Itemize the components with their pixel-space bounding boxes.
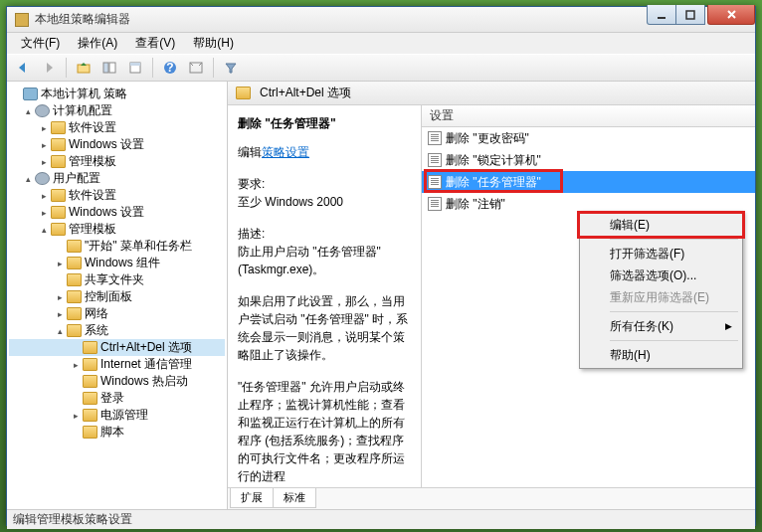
tree-item[interactable]: ▸电源管理 [9, 407, 225, 424]
tree-computer-config[interactable]: ▴计算机配置 [9, 102, 225, 119]
tree-item[interactable]: Windows 热启动 [9, 373, 225, 390]
tree-label: 计算机配置 [53, 102, 112, 119]
app-icon [15, 13, 29, 27]
page-icon [428, 131, 442, 145]
tree-label: 电源管理 [100, 407, 148, 424]
minimize-button[interactable] [647, 5, 676, 25]
cm-reapply-filter: 重新应用筛选器(E) [582, 286, 740, 308]
forward-button[interactable] [37, 57, 61, 79]
expand-icon[interactable]: ▸ [39, 122, 50, 133]
menu-action[interactable]: 操作(A) [70, 33, 125, 54]
req-text: 至少 Windows 2000 [238, 193, 411, 211]
tree-user-config[interactable]: ▴用户配置 [9, 170, 225, 187]
separator-icon [610, 340, 738, 341]
expand-icon[interactable]: ▸ [39, 207, 50, 218]
folder-icon [83, 409, 97, 422]
collapse-icon[interactable]: ▴ [55, 325, 66, 336]
svg-rect-3 [103, 63, 108, 73]
tree-item[interactable]: ▴管理模板 [9, 221, 225, 238]
tree-root[interactable]: 本地计算机 策略 [9, 86, 225, 102]
desc-label: 描述: [238, 225, 411, 243]
tree-label: 系统 [85, 322, 108, 339]
tree-item[interactable]: ▸网络 [9, 305, 225, 322]
collapse-icon[interactable]: ▴ [23, 105, 34, 116]
tab-extended[interactable]: 扩展 [230, 488, 274, 508]
edit-policy-link[interactable]: 策略设置 [262, 145, 309, 159]
expand-icon[interactable]: ▸ [55, 308, 66, 319]
separator-icon [610, 239, 738, 240]
cm-filter-options[interactable]: 筛选器选项(O)... [582, 265, 740, 286]
expand-icon[interactable] [55, 274, 66, 285]
window-buttons [647, 5, 755, 25]
expand-icon[interactable]: ▸ [39, 190, 50, 201]
tree-item[interactable]: "开始" 菜单和任务栏 [9, 238, 225, 255]
tree-item[interactable]: ▸软件设置 [9, 119, 225, 136]
tree-item[interactable]: ▸软件设置 [9, 187, 225, 204]
description-block: 描述: 防止用户启动 "任务管理器" (Taskmgr.exe)。 [238, 225, 411, 278]
list-header-setting[interactable]: 设置 [422, 105, 755, 127]
expand-icon[interactable]: ▸ [71, 410, 82, 421]
list-row[interactable]: 删除 "锁定计算机" [422, 149, 755, 171]
tree-label: Internet 通信管理 [100, 356, 192, 373]
expand-icon[interactable]: ▸ [71, 359, 82, 370]
tree-item[interactable]: ▸控制面板 [9, 288, 225, 305]
cm-open-filter[interactable]: 打开筛选器(F) [582, 243, 740, 265]
titlebar[interactable]: 本地组策略编辑器 [7, 7, 755, 33]
menu-help[interactable]: 帮助(H) [185, 33, 242, 54]
tree-item[interactable]: ▸Windows 设置 [9, 204, 225, 221]
menubar: 文件(F) 操作(A) 查看(V) 帮助(H) [7, 33, 755, 54]
tree-item[interactable]: 共享文件夹 [9, 271, 225, 288]
folder-icon [67, 273, 82, 286]
expand-icon[interactable] [71, 393, 82, 404]
cm-help[interactable]: 帮助(H) [582, 344, 740, 366]
tree-item[interactable]: ▸Internet 通信管理 [9, 356, 225, 373]
expand-icon[interactable]: ▸ [39, 156, 50, 167]
tree-label: 软件设置 [69, 119, 116, 136]
help-button[interactable]: ? [158, 57, 182, 79]
tree-item[interactable]: ▸Windows 组件 [9, 255, 225, 271]
folder-icon [83, 392, 97, 405]
status-text: 编辑管理模板策略设置 [13, 511, 132, 528]
list-label: 删除 "锁定计算机" [446, 152, 541, 169]
expand-icon[interactable]: ▸ [39, 139, 50, 150]
cm-edit[interactable]: 编辑(E) [582, 214, 740, 236]
tree-label: Windows 热启动 [100, 373, 188, 390]
back-button[interactable] [11, 57, 35, 79]
tree-item-ctrlaltdel[interactable]: Ctrl+Alt+Del 选项 [9, 339, 225, 356]
tree-label: 软件设置 [69, 187, 116, 204]
menu-file[interactable]: 文件(F) [13, 33, 68, 54]
list-row[interactable]: 删除 "更改密码" [422, 127, 755, 149]
list-row-selected[interactable]: 删除 "任务管理器" [422, 171, 755, 193]
expand-icon[interactable] [71, 427, 82, 438]
folder-icon [51, 155, 66, 168]
separator-icon [66, 58, 67, 78]
collapse-icon[interactable]: ▴ [23, 173, 34, 184]
expand-icon[interactable] [71, 342, 82, 353]
refresh-button[interactable] [184, 57, 208, 79]
context-menu: 编辑(E) 打开筛选器(F) 筛选器选项(O)... 重新应用筛选器(E) 所有… [579, 211, 743, 369]
expand-icon[interactable]: ▸ [55, 291, 66, 302]
tree-item[interactable]: ▸Windows 设置 [9, 136, 225, 153]
tree-label: 网络 [85, 305, 108, 322]
tree-item[interactable]: 登录 [9, 390, 225, 407]
expand-icon[interactable]: ▸ [55, 258, 66, 268]
up-button[interactable] [72, 57, 95, 79]
show-hide-tree-button[interactable] [97, 57, 121, 79]
tree-item[interactable]: ▸管理模板 [9, 153, 225, 170]
expand-icon[interactable] [11, 89, 22, 99]
close-button[interactable] [707, 5, 755, 25]
tree-label: 脚本 [100, 424, 124, 441]
menu-view[interactable]: 查看(V) [127, 33, 183, 54]
tree-item[interactable]: 脚本 [9, 424, 225, 441]
filter-button[interactable] [219, 57, 243, 79]
expand-icon[interactable] [71, 376, 82, 387]
tree-pane[interactable]: 本地计算机 策略 ▴计算机配置 ▸软件设置 ▸Windows 设置 ▸管理模板 … [7, 82, 228, 509]
cm-all-tasks[interactable]: 所有任务(K)▶ [582, 315, 740, 337]
tree-item[interactable]: ▴系统 [9, 322, 225, 339]
folder-icon [51, 138, 66, 151]
maximize-button[interactable] [675, 5, 705, 25]
collapse-icon[interactable]: ▴ [39, 224, 50, 235]
properties-button[interactable] [123, 57, 147, 79]
tab-standard[interactable]: 标准 [273, 488, 316, 508]
expand-icon[interactable] [55, 241, 66, 252]
